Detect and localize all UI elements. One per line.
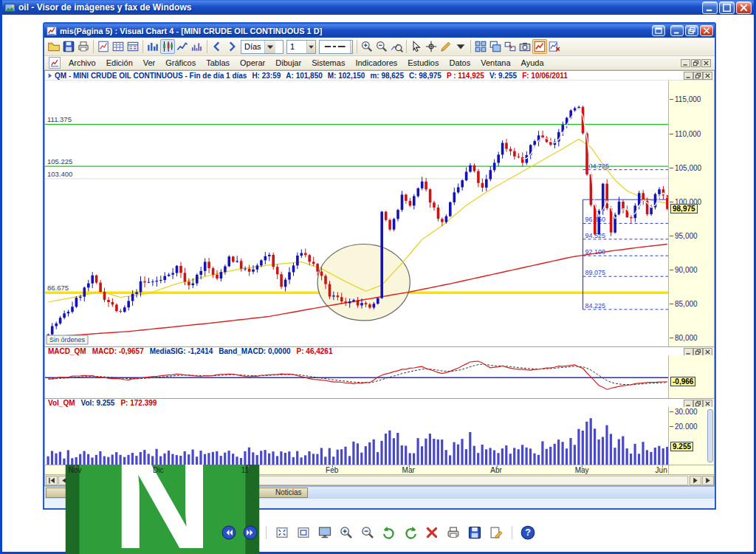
horizontal-scrollbar[interactable]	[223, 476, 688, 485]
axis-tick-label: 85,000	[670, 300, 698, 308]
menu-edicion[interactable]: Edición	[101, 57, 138, 69]
cascade-windows-button[interactable]	[488, 39, 503, 54]
menu-datos[interactable]: Datos	[444, 57, 475, 69]
rotate-cw-button[interactable]	[402, 524, 419, 541]
time-axis-label: Feb	[326, 466, 338, 474]
mdi-minimize-button[interactable]	[681, 59, 690, 67]
data-table-button[interactable]	[111, 39, 126, 54]
menu-sistemas[interactable]: Sistemas	[306, 57, 350, 69]
next-image-button[interactable]	[241, 524, 259, 541]
forward-button[interactable]	[224, 39, 239, 54]
mdi-close-button[interactable]	[701, 59, 711, 67]
line-chart-button[interactable]	[175, 39, 190, 54]
main-panel-close-button[interactable]	[703, 72, 712, 80]
best-fit-button[interactable]	[273, 524, 291, 541]
rotate-ccw-button[interactable]	[380, 524, 398, 541]
menu-indicadores[interactable]: Indicadores	[350, 57, 402, 69]
help-button[interactable]: ?	[519, 524, 537, 541]
svg-text:86.675: 86.675	[47, 284, 69, 292]
axis-scroll-right-button[interactable]	[702, 476, 714, 485]
main-panel-minimize-button[interactable]	[684, 72, 693, 80]
news-button[interactable]: N Noticias	[46, 488, 308, 498]
vc-close-button[interactable]	[700, 25, 713, 36]
candle-chart-button[interactable]	[160, 39, 175, 54]
actual-size-button[interactable]	[295, 524, 312, 541]
maximize-button[interactable]	[719, 1, 735, 14]
vc-minimize-button[interactable]	[670, 25, 684, 36]
volume-button[interactable]	[190, 39, 205, 54]
chart-search-button[interactable]	[389, 39, 404, 54]
chevron-down-icon[interactable]	[350, 41, 352, 53]
mdi-restore-button[interactable]	[691, 59, 701, 67]
svg-text:111.375: 111.375	[47, 115, 72, 123]
volume-axis[interactable]: 30.00020.0009.255	[668, 407, 714, 465]
period-combo[interactable]: Días	[241, 40, 284, 54]
time-axis[interactable]: NovDic11FebMarAbrMayJun	[45, 465, 714, 474]
zoom-out-button[interactable]	[374, 39, 389, 54]
vc-window-mode-button[interactable]	[652, 25, 665, 36]
chevron-down-icon[interactable]	[264, 41, 275, 53]
menu-archivo[interactable]: Archivo	[63, 57, 101, 69]
menu-dibujar[interactable]: Dibujar	[270, 57, 306, 69]
draw-more-button[interactable]	[453, 39, 468, 54]
quotes-button[interactable]	[126, 39, 140, 54]
menu-ayuda[interactable]: Ayuda	[516, 57, 549, 69]
new-chart-button[interactable]	[96, 39, 111, 54]
header-segment: MACD: -0,9657	[92, 347, 144, 355]
save-copy-button[interactable]	[466, 524, 484, 541]
macd-header: MACD_QMMACD: -0,9657MediaSIG: -1,2414Ban…	[45, 346, 714, 355]
vc-restore-button[interactable]	[685, 25, 698, 36]
macd-chart[interactable]	[45, 355, 668, 398]
close-button[interactable]	[736, 1, 752, 14]
tile-windows-button[interactable]	[473, 39, 488, 54]
axis-tick-label: 90,000	[670, 266, 698, 274]
menu-ventana[interactable]: Ventana	[475, 57, 515, 69]
zoom-in-button[interactable]	[337, 524, 355, 541]
volume-axis-scrollbar[interactable]	[707, 409, 713, 462]
crosshair-button[interactable]	[424, 39, 439, 54]
macd-axis[interactable]: -0,966	[668, 355, 714, 398]
viewer-image-area: mis(Página 5) : Visual Chart 4 - [MINI C…	[2, 15, 754, 552]
cursor-button[interactable]	[409, 39, 424, 54]
link-charts-button[interactable]	[503, 39, 518, 54]
slideshow-button[interactable]	[316, 524, 334, 541]
svg-text:104.725: 104.725	[585, 163, 610, 170]
menu-operar[interactable]: Operar	[235, 57, 270, 69]
menu-tablas[interactable]: Tablas	[201, 57, 235, 69]
toolbar-separator	[406, 40, 407, 53]
header-segment: P: 172.399	[120, 399, 157, 407]
toolbar-separator	[266, 526, 267, 539]
line-style-combo[interactable]	[319, 40, 353, 54]
print-button[interactable]	[444, 524, 462, 541]
chevron-down-icon[interactable]	[306, 41, 315, 53]
edit-button[interactable]	[487, 524, 505, 541]
print-button[interactable]	[76, 39, 91, 54]
zoom-in-button[interactable]	[360, 39, 374, 54]
header-segment: P: 46,4261	[297, 347, 333, 355]
close-chart-button[interactable]	[547, 39, 562, 54]
menu-graficos[interactable]: Gráficos	[160, 57, 201, 69]
main-panel-restore-button[interactable]	[693, 72, 703, 80]
viewer-titlebar: oil - Visor de imágenes y fax de Windows	[2, 0, 754, 15]
hscroll-right-button[interactable]	[690, 476, 701, 485]
previous-image-button[interactable]	[220, 524, 238, 541]
minimize-button[interactable]	[702, 1, 718, 14]
zoom-out-button[interactable]	[359, 524, 377, 541]
back-button[interactable]	[210, 39, 224, 54]
draw-button[interactable]	[439, 39, 453, 54]
save-button[interactable]	[61, 39, 76, 54]
visual-chart-window: mis(Página 5) : Visual Chart 4 - [MINI C…	[43, 22, 716, 510]
snapshot-button[interactable]	[518, 39, 532, 54]
menu-ver[interactable]: Ver	[138, 57, 161, 69]
main-price-chart[interactable]: 104.72596.85094.52592.10089.07584.225111…	[45, 81, 668, 346]
bar-chart-button[interactable]	[145, 39, 160, 54]
price-axis[interactable]: 115,000110,000105,000100,00095,00090,000…	[668, 81, 714, 346]
open-button[interactable]	[47, 39, 61, 54]
header-segment: QM - MINI CRUDE OIL CONTINUOUS - Fin de …	[55, 72, 247, 80]
save-template-button[interactable]	[532, 39, 547, 54]
bars-combo[interactable]: 1	[286, 40, 316, 54]
delete-button[interactable]	[423, 524, 441, 541]
axis-tick-label: 20.000	[670, 423, 698, 431]
menu-estudios[interactable]: Estudios	[402, 57, 444, 69]
volume-chart[interactable]	[45, 407, 668, 465]
